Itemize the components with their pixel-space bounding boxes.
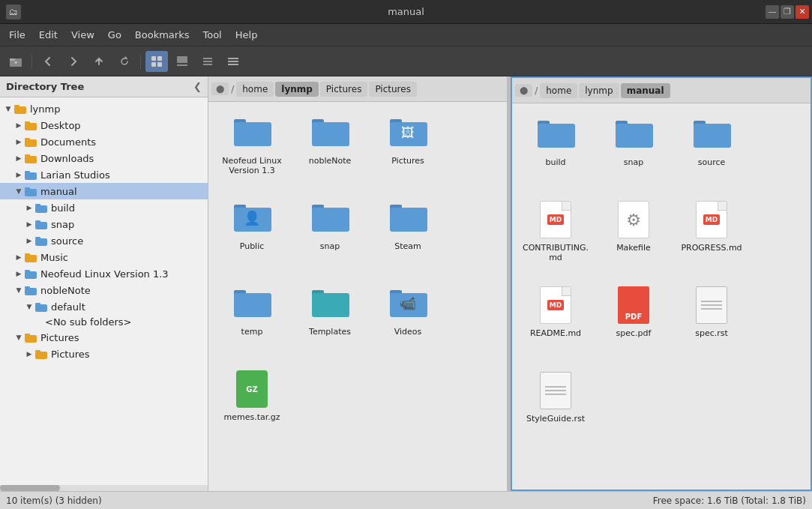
tree-item-documents[interactable]: ▶Documents <box>0 133 208 150</box>
file-icon <box>535 370 576 411</box>
menu-item-edit[interactable]: Edit <box>33 26 64 43</box>
sidebar-toggle[interactable]: ❮ <box>193 81 202 92</box>
right-bread-lynmp[interactable]: lynmp <box>579 83 619 98</box>
menu-item-file[interactable]: File <box>3 26 31 43</box>
right-contributing-md[interactable]: MDCONTRIBUTING.md <box>518 195 593 277</box>
right-bread-manual[interactable]: manual <box>621 83 670 98</box>
thumbnail-view-button[interactable] <box>171 51 193 72</box>
svg-rect-36 <box>25 271 37 279</box>
tree-item-lynmp[interactable]: ▼lynmp <box>0 100 208 117</box>
list-view-button[interactable] <box>196 51 219 72</box>
right-source[interactable]: source <box>674 109 749 192</box>
up-button[interactable] <box>88 51 110 72</box>
folder-icon <box>24 184 37 198</box>
right-snap[interactable]: snap <box>596 109 671 192</box>
tree-item-build[interactable]: ▶build <box>0 199 208 216</box>
svg-rect-34 <box>25 255 37 262</box>
tree-label: snap <box>51 219 74 230</box>
folder-icon <box>24 267 37 280</box>
right-spec-rst[interactable]: spec.rst <box>674 280 749 363</box>
svg-rect-32 <box>35 238 47 246</box>
svg-rect-30 <box>35 222 47 229</box>
left-drive-button[interactable]: ⬤ <box>211 82 229 95</box>
left-videos[interactable]: 📹Videos <box>370 279 445 361</box>
tree-item-noblenote[interactable]: ▼nobleNote <box>0 282 208 298</box>
left-neofeud-linux-version-1-3[interactable]: Neofeud Linux Version 1.3 <box>214 108 289 190</box>
new-folder-button[interactable]: + <box>4 51 27 72</box>
tree-item-no-sub-folders[interactable]: <No sub folders> <box>0 315 208 329</box>
left-templates[interactable]: Templates <box>292 279 367 361</box>
tree-label: source <box>51 235 83 247</box>
tree-label: Desktop <box>40 120 81 131</box>
tree-item-neofeud-linux-version-1.3[interactable]: ▶Neofeud Linux Version 1.3 <box>0 265 208 282</box>
file-icon: 🖼 <box>388 112 428 153</box>
tree-arrow: ▶ <box>13 252 24 262</box>
right-spec-pdf[interactable]: PDFspec.pdf <box>596 280 671 363</box>
status-right: Free space: 1.6 TiB (Total: 1.8 TiB) <box>653 496 806 506</box>
menu-item-tool[interactable]: Tool <box>196 26 227 43</box>
tree-item-music[interactable]: ▶Music <box>0 249 208 265</box>
right-styleguide-rst[interactable]: StyleGuide.rst <box>518 366 593 448</box>
svg-rect-58 <box>390 208 427 232</box>
tree-arrow: ▶ <box>24 219 34 229</box>
left-pictures[interactable]: 🖼Pictures <box>370 108 445 190</box>
svg-text:🖼: 🖼 <box>401 124 415 140</box>
left-bread-pictures2[interactable]: Pictures <box>369 82 417 97</box>
svg-rect-42 <box>25 335 37 343</box>
right-drive-button[interactable]: ⬤ <box>515 84 532 97</box>
menu-item-help[interactable]: Help <box>229 26 264 43</box>
right-bread-home[interactable]: home <box>540 83 577 98</box>
right-progress-md[interactable]: MDPROGRESS.md <box>674 195 749 277</box>
close-button[interactable]: ✕ <box>796 5 809 19</box>
left-temp[interactable]: temp <box>214 279 289 361</box>
tree-item-pictures[interactable]: ▼Pictures <box>0 329 208 346</box>
svg-rect-67 <box>538 124 575 148</box>
left-steam[interactable]: Steam <box>370 193 445 276</box>
maximize-button[interactable]: ❐ <box>781 5 794 19</box>
sidebar-scrollbar[interactable] <box>0 485 208 491</box>
details-view-button[interactable] <box>222 51 244 72</box>
tree-item-manual[interactable]: ▼manual <box>0 183 208 199</box>
back-button[interactable] <box>37 51 59 72</box>
file-icon <box>232 112 272 153</box>
minimize-button[interactable]: — <box>766 5 779 19</box>
left-bread-lynmp[interactable]: lynmp <box>275 82 319 97</box>
tree-item-downloads[interactable]: ▶Downloads <box>0 150 208 166</box>
menu-item-bookmarks[interactable]: Bookmarks <box>129 26 196 43</box>
right-file-pane: ⬤ / home lynmp manual buildsnapsourceMDC… <box>511 76 812 491</box>
menu-item-view[interactable]: View <box>65 26 100 43</box>
svg-rect-38 <box>25 288 37 295</box>
folder-icon <box>24 118 37 132</box>
tree-arrow: ▼ <box>13 332 24 343</box>
refresh-button[interactable] <box>113 51 136 72</box>
left-bread-home[interactable]: home <box>236 82 274 97</box>
tree-item-pictures[interactable]: ▶Pictures <box>0 346 208 362</box>
sidebar-scroll-thumb[interactable] <box>0 485 60 491</box>
left-memes-tar-gz[interactable]: GZmemes.tar.gz <box>214 364 289 447</box>
menubar: FileEditViewGoBookmarksToolHelp <box>0 24 812 46</box>
right-makefile[interactable]: ⚙Makefile <box>596 195 671 277</box>
svg-rect-13 <box>228 61 238 62</box>
tree-arrow: ▼ <box>13 186 24 196</box>
tree-item-larian-studios[interactable]: ▶Larian Studios <box>0 166 208 183</box>
icon-view-button[interactable] <box>145 51 168 72</box>
left-snap[interactable]: snap <box>292 193 367 276</box>
file-label: Steam <box>394 241 421 251</box>
right-readme-md[interactable]: MDREADME.md <box>518 280 593 363</box>
tree-label: nobleNote <box>40 285 91 296</box>
left-bread-pictures1[interactable]: Pictures <box>320 82 368 97</box>
left-noblenote[interactable]: nobleNote <box>292 108 367 190</box>
left-public[interactable]: 👤Public <box>214 193 289 276</box>
tree-item-desktop[interactable]: ▶Desktop <box>0 117 208 133</box>
menu-item-go[interactable]: Go <box>102 26 127 43</box>
file-label: nobleNote <box>309 156 352 166</box>
statusbar: 10 item(s) (3 hidden) Free space: 1.6 Ti… <box>0 491 812 509</box>
tree-item-snap[interactable]: ▶snap <box>0 216 208 232</box>
tree-item-default[interactable]: ▼default <box>0 298 208 315</box>
tree-item-source[interactable]: ▶source <box>0 232 208 249</box>
right-build[interactable]: build <box>518 109 593 192</box>
tree-arrow: ▶ <box>24 349 34 359</box>
forward-button[interactable] <box>62 51 85 72</box>
svg-rect-40 <box>35 304 47 312</box>
svg-rect-69 <box>616 124 653 148</box>
